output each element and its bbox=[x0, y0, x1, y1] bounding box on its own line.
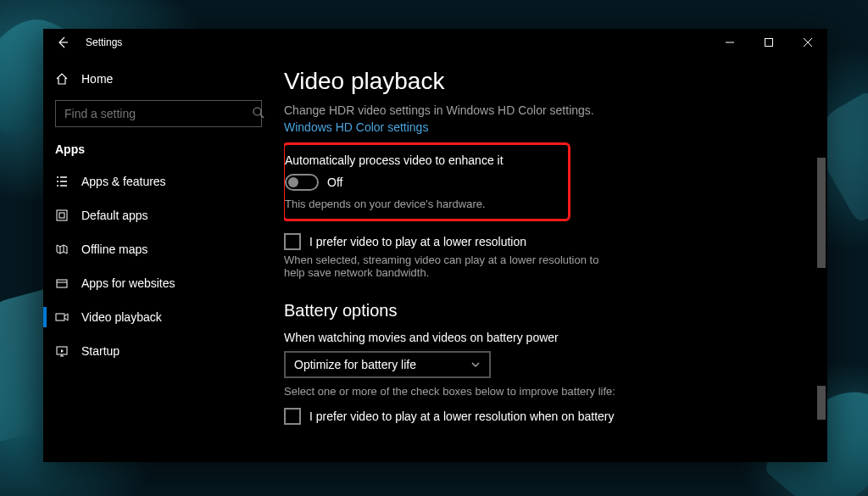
window-controls bbox=[710, 29, 827, 56]
arrow-left-icon bbox=[56, 36, 70, 49]
video-icon bbox=[55, 310, 69, 324]
lowres-checkbox[interactable] bbox=[284, 233, 301, 250]
scrollbar[interactable] bbox=[815, 56, 827, 462]
toggle-knob-icon bbox=[288, 177, 298, 187]
nav-label: Apps for websites bbox=[81, 276, 175, 290]
startup-icon bbox=[55, 344, 69, 358]
home-button[interactable]: Home bbox=[43, 63, 284, 95]
minimize-button[interactable] bbox=[710, 29, 749, 56]
nav-default-apps[interactable]: Default apps bbox=[43, 198, 284, 232]
list-icon bbox=[55, 175, 69, 188]
map-icon bbox=[55, 242, 69, 256]
category-label: Apps bbox=[43, 136, 284, 164]
close-button[interactable] bbox=[788, 29, 827, 56]
main-content: Video playback Change HDR video settings… bbox=[284, 56, 827, 462]
auto-enhance-label: Automatically process video to enhance i… bbox=[285, 153, 556, 167]
hdr-desc: Change HDR video settings in Windows HD … bbox=[284, 103, 827, 117]
svg-rect-3 bbox=[59, 213, 64, 218]
link-icon bbox=[55, 276, 69, 290]
sidebar: Home Apps Apps & features Default apps bbox=[43, 56, 284, 462]
page-title: Video playback bbox=[284, 68, 827, 95]
close-icon bbox=[804, 38, 812, 47]
search-icon bbox=[252, 106, 265, 120]
scroll-thumb[interactable] bbox=[817, 386, 826, 420]
home-icon bbox=[55, 72, 69, 86]
svg-rect-4 bbox=[57, 280, 67, 287]
dropdown-value: Optimize for battery life bbox=[294, 358, 416, 371]
search-input[interactable] bbox=[55, 100, 262, 127]
battery-lowres-label: I prefer video to play at a lower resolu… bbox=[309, 408, 615, 425]
search-box bbox=[55, 100, 272, 127]
battery-hint: Select one or more of the check boxes be… bbox=[284, 385, 827, 398]
auto-enhance-toggle[interactable] bbox=[285, 174, 319, 191]
app-title: Settings bbox=[86, 36, 122, 48]
nav-apps-features[interactable]: Apps & features bbox=[43, 164, 284, 198]
svg-point-1 bbox=[253, 108, 261, 115]
battery-lowres-checkbox[interactable] bbox=[284, 408, 301, 425]
back-button[interactable] bbox=[43, 29, 82, 56]
titlebar: Settings bbox=[43, 29, 827, 56]
home-label: Home bbox=[81, 72, 113, 86]
scroll-thumb[interactable] bbox=[817, 158, 826, 268]
nav-video-playback[interactable]: Video playback bbox=[43, 300, 284, 334]
nav-list: Apps & features Default apps Offline map… bbox=[43, 164, 284, 368]
nav-apps-websites[interactable]: Apps for websites bbox=[43, 266, 284, 300]
battery-title: Battery options bbox=[284, 301, 827, 320]
minimize-icon bbox=[726, 38, 734, 47]
lowres-hint: When selected, streaming video can play … bbox=[284, 254, 615, 279]
svg-rect-0 bbox=[765, 39, 773, 47]
maximize-icon bbox=[765, 38, 773, 47]
hdr-link[interactable]: Windows HD Color settings bbox=[284, 120, 827, 134]
nav-label: Offline maps bbox=[81, 242, 147, 256]
highlight-box: Automatically process video to enhance i… bbox=[284, 142, 570, 221]
battery-label: When watching movies and videos on batte… bbox=[284, 331, 827, 344]
battery-dropdown[interactable]: Optimize for battery life bbox=[284, 351, 491, 378]
nav-label: Default apps bbox=[81, 209, 148, 222]
nav-offline-maps[interactable]: Offline maps bbox=[43, 232, 284, 266]
chevron-down-icon bbox=[470, 359, 481, 370]
svg-rect-5 bbox=[56, 314, 64, 320]
defaults-icon bbox=[55, 209, 69, 222]
settings-window: Settings Home Apps Apps & fea bbox=[43, 29, 827, 462]
lowres-label: I prefer video to play at a lower resolu… bbox=[309, 233, 526, 250]
nav-label: Apps & features bbox=[81, 175, 166, 188]
auto-enhance-state: Off bbox=[327, 176, 342, 189]
auto-enhance-hint: This depends on your device's hardware. bbox=[285, 198, 556, 210]
svg-rect-2 bbox=[57, 210, 67, 220]
nav-label: Video playback bbox=[81, 310, 162, 324]
maximize-button[interactable] bbox=[749, 29, 788, 56]
nav-label: Startup bbox=[81, 344, 120, 358]
nav-startup[interactable]: Startup bbox=[43, 334, 284, 368]
